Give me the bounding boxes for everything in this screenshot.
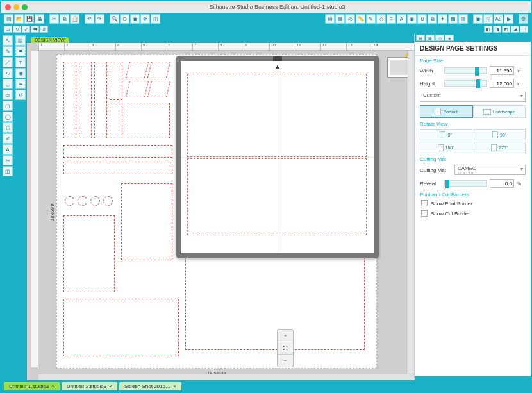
- trace-button[interactable]: ◇: [376, 14, 386, 24]
- modify-button[interactable]: ✦: [438, 14, 447, 24]
- cut-outline[interactable]: [63, 162, 172, 174]
- cut-outline[interactable]: [65, 196, 74, 206]
- cut-outline[interactable]: [110, 103, 122, 138]
- show-cut-border-checkbox[interactable]: [421, 210, 428, 217]
- design-tab-button[interactable]: ▣: [473, 14, 483, 24]
- replicate-button[interactable]: ⧉: [428, 14, 437, 24]
- page-size-select[interactable]: Custom: [420, 92, 526, 102]
- cut-outline[interactable]: [126, 62, 149, 78]
- horizontal-scrollbar[interactable]: [38, 374, 414, 380]
- ruler-button[interactable]: 📏: [356, 14, 365, 24]
- cut-outline[interactable]: [79, 62, 92, 138]
- pixscan-tab[interactable]: ◈: [445, 35, 454, 41]
- offset-button[interactable]: ◉: [407, 14, 417, 24]
- align-button[interactable]: ≡: [387, 14, 396, 24]
- grid-tab[interactable]: ▦: [426, 35, 435, 41]
- send-tab-button[interactable]: ▶: [504, 14, 513, 24]
- maximize-window-icon[interactable]: [22, 4, 28, 10]
- page-settings-button[interactable]: ▦: [335, 14, 345, 24]
- flip-h-button[interactable]: ⇋: [31, 26, 39, 33]
- tiling-button[interactable]: ▥: [458, 14, 468, 24]
- weld-button[interactable]: ∪: [417, 14, 427, 24]
- close-window-icon[interactable]: [5, 4, 11, 10]
- flip-v-button[interactable]: ⇵: [40, 26, 48, 33]
- save-button[interactable]: 💾: [24, 14, 34, 24]
- line-panel-icon[interactable]: ━: [15, 79, 26, 89]
- copy-button[interactable]: ⧉: [60, 14, 69, 24]
- cut-outline[interactable]: [185, 247, 365, 350]
- zoom-rect-button[interactable]: ◫: [151, 14, 160, 24]
- view-tab-design[interactable]: DESIGN VIEW: [31, 37, 69, 43]
- document-tab[interactable]: Screen Shot 2016… ×: [119, 382, 181, 390]
- undo-button[interactable]: ↶: [85, 14, 94, 24]
- panel-toggle-4[interactable]: ◪: [511, 26, 519, 33]
- reveal-input[interactable]: [490, 179, 514, 188]
- paste-button[interactable]: 📋: [70, 14, 79, 24]
- rotate-90-button[interactable]: 90°: [474, 129, 526, 140]
- document-tab[interactable]: Untitled-1.studio3 ×: [4, 382, 60, 390]
- zoom-minus-button[interactable]: −: [278, 355, 293, 367]
- orientation-portrait-button[interactable]: Portrait: [420, 105, 473, 118]
- text-tool[interactable]: A: [3, 144, 13, 155]
- close-tab-icon[interactable]: ×: [51, 383, 54, 389]
- ellipse-tool[interactable]: ◯: [3, 112, 13, 122]
- edit-points-tool[interactable]: ✎: [3, 46, 13, 56]
- cut-outline[interactable]: [110, 62, 122, 100]
- open-file-button[interactable]: 📂: [14, 14, 24, 24]
- arc-tool[interactable]: ◡: [3, 79, 13, 89]
- registration-button[interactable]: ◎: [345, 14, 355, 24]
- panel-toggle-1[interactable]: ◧: [484, 26, 492, 33]
- pan-button[interactable]: ✥: [140, 14, 150, 24]
- redo-button[interactable]: ↷: [95, 14, 104, 24]
- width-slider[interactable]: [444, 67, 487, 74]
- zoom-out-button[interactable]: ⊖: [120, 14, 129, 24]
- preferences-button[interactable]: ⚙: [519, 14, 528, 24]
- freehand-tool[interactable]: ✐: [3, 133, 13, 144]
- nesting-button[interactable]: ▩: [448, 14, 458, 24]
- eraser-tool[interactable]: ◫: [3, 166, 13, 176]
- cutting-mat[interactable]: ▲: [176, 56, 379, 258]
- rectangle-tool[interactable]: ▭: [3, 90, 13, 100]
- height-slider[interactable]: [444, 80, 487, 87]
- cut-outline[interactable]: [78, 196, 87, 206]
- cut-outline[interactable]: [63, 145, 172, 158]
- cut-outline[interactable]: [103, 196, 113, 206]
- cut-outline[interactable]: [63, 62, 76, 138]
- rotate-0-button[interactable]: 0°: [420, 129, 472, 140]
- panel-toggle-2[interactable]: ◨: [493, 26, 501, 33]
- rotate-270-button[interactable]: 270°: [474, 142, 526, 153]
- new-file-button[interactable]: ▨: [4, 14, 13, 24]
- reveal-slider[interactable]: [444, 180, 487, 187]
- library-tab-button[interactable]: Ab: [494, 14, 503, 24]
- polygon-tool[interactable]: ⬠: [3, 122, 13, 133]
- library-panel-icon[interactable]: ▤: [15, 35, 26, 46]
- cut-button[interactable]: ✂: [49, 14, 59, 24]
- cut-outline[interactable]: [147, 81, 170, 97]
- panel-toggle-5[interactable]: ⬚: [520, 26, 528, 33]
- object-props-button[interactable]: ▤: [325, 14, 335, 24]
- rotate-180-button[interactable]: 180°: [420, 142, 472, 153]
- reg-marks-tab[interactable]: ◎: [435, 35, 444, 41]
- document-tab[interactable]: Untitled-2.studio3 ×: [62, 382, 117, 390]
- mat-shape[interactable]: [187, 158, 367, 235]
- close-tab-icon[interactable]: ×: [109, 383, 112, 389]
- history-panel-icon[interactable]: ↺: [15, 90, 26, 100]
- height-input[interactable]: [490, 79, 514, 88]
- zoom-in-button[interactable]: 🔍: [110, 14, 119, 24]
- cut-outline[interactable]: [128, 103, 170, 138]
- width-input[interactable]: [490, 66, 514, 75]
- curve-tool[interactable]: ∿: [3, 68, 13, 78]
- cut-outline[interactable]: [63, 299, 179, 356]
- vertical-scrollbar[interactable]: [408, 51, 414, 374]
- orientation-landscape-button[interactable]: Landscape: [473, 105, 526, 118]
- panel-toggle-3[interactable]: ◩: [502, 26, 510, 33]
- close-tab-icon[interactable]: ×: [173, 383, 176, 389]
- line-tool[interactable]: ／: [3, 57, 13, 67]
- zoom-plus-button[interactable]: +: [278, 330, 293, 342]
- text-panel-icon[interactable]: T: [15, 57, 26, 67]
- scale-mode-button[interactable]: ⤢: [22, 26, 30, 33]
- minimize-window-icon[interactable]: [13, 4, 19, 10]
- cut-outline[interactable]: [94, 62, 107, 138]
- cutmat-select[interactable]: CAMEO 12 x 12 in: [454, 165, 526, 175]
- zoom-fit-button[interactable]: ▣: [130, 14, 140, 24]
